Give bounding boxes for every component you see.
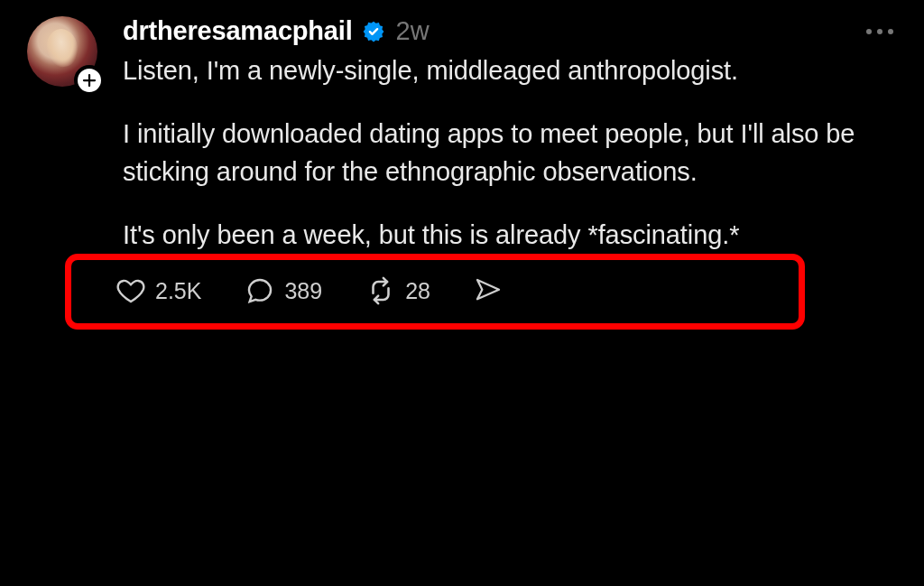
plus-icon — [81, 72, 97, 88]
timestamp: 2w — [396, 16, 430, 46]
comment-count: 389 — [284, 278, 322, 304]
repost-button[interactable]: 28 — [365, 275, 430, 306]
avatar-container[interactable] — [27, 16, 106, 313]
action-bar: 2.5K 389 28 — [116, 270, 901, 313]
comment-icon — [245, 275, 275, 306]
post-paragraph: It's only been a week, but this is alrea… — [123, 216, 901, 254]
share-icon — [474, 276, 503, 305]
post-paragraph: Listen, I'm a newly-single, middleaged a… — [123, 51, 901, 89]
like-button[interactable]: 2.5K — [116, 275, 201, 306]
repost-count: 28 — [405, 278, 430, 304]
post-paragraph: I initially downloaded dating apps to me… — [123, 115, 901, 191]
post-header: drtheresamacphail 2w — [123, 16, 901, 46]
post: drtheresamacphail 2w Listen, I'm a newly… — [0, 0, 924, 313]
comment-button[interactable]: 389 — [245, 275, 322, 306]
post-content: drtheresamacphail 2w Listen, I'm a newly… — [123, 16, 901, 313]
verified-badge-icon — [362, 20, 385, 43]
more-options-button[interactable] — [859, 25, 901, 38]
add-story-badge[interactable] — [74, 65, 105, 96]
repost-icon — [365, 275, 396, 306]
heart-icon — [116, 275, 146, 306]
username[interactable]: drtheresamacphail — [123, 16, 353, 46]
actions-container: 2.5K 389 28 — [116, 270, 901, 313]
share-button[interactable] — [474, 276, 503, 305]
like-count: 2.5K — [155, 278, 201, 304]
post-body: Listen, I'm a newly-single, middleaged a… — [123, 51, 901, 254]
